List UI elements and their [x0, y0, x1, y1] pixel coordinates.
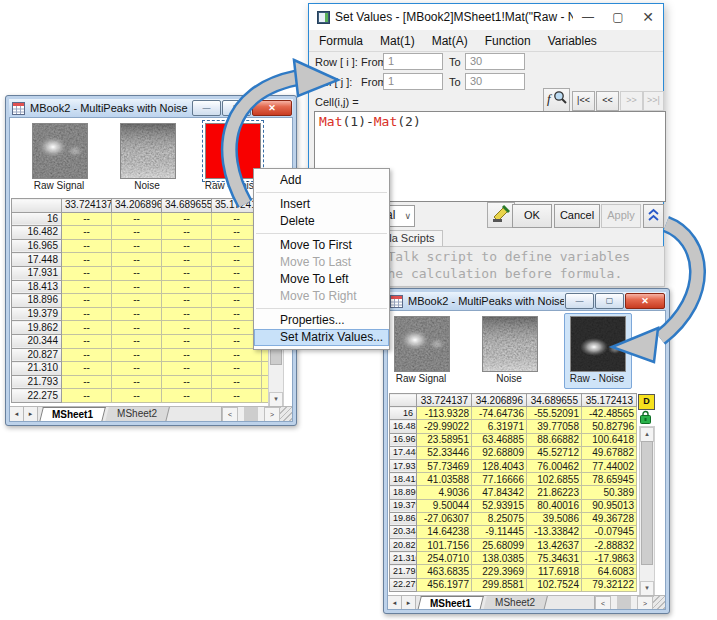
search-function-button[interactable]: f [543, 88, 570, 112]
minimize-button[interactable]: — [565, 293, 594, 309]
matrix-cell[interactable]: -- [112, 266, 162, 280]
matrix-cell[interactable]: -- [162, 294, 212, 308]
matrix-cell[interactable]: 6.31971 [472, 420, 527, 433]
row-header-cell[interactable]: 16.482 [12, 226, 62, 240]
row-header-cell[interactable]: 16.482 [390, 420, 417, 433]
thumbnail-noise[interactable] [482, 316, 538, 372]
hscroll-track[interactable] [611, 596, 637, 610]
apply-formula-stamp-button[interactable] [487, 202, 515, 228]
nav-last-button[interactable]: >>| [643, 91, 664, 111]
row-header-cell[interactable]: 22.275 [12, 389, 62, 403]
tab-scroll-right-icon[interactable]: ▸ [24, 407, 38, 422]
sheet-tab-msheet2[interactable]: MSheet2 [483, 596, 548, 610]
row-header-cell[interactable]: 18.413 [390, 473, 417, 486]
matrix-cell[interactable]: 41.03588 [417, 473, 472, 486]
matrix-cell[interactable]: -- [62, 348, 112, 362]
col-header-cell[interactable]: 33.724137 [417, 394, 472, 407]
resize-grip[interactable] [653, 596, 665, 610]
tab-scroll-left-icon[interactable]: ◂ [10, 407, 24, 422]
col-header-cell[interactable]: 35.172413 [582, 394, 637, 407]
dialog-menu-mat-1-[interactable]: Mat(1) [380, 34, 415, 48]
menu-item-move-to-left[interactable]: Move To Left [254, 271, 389, 288]
row-header-cell[interactable]: 22.275 [390, 578, 417, 591]
matrix-cell[interactable]: -- [112, 280, 162, 294]
matrix-cell[interactable]: -- [212, 389, 262, 403]
matrix-cell[interactable]: 90.95013 [582, 499, 637, 512]
menu-item-properties[interactable]: Properties... [254, 312, 389, 329]
sheet-tab-msheet1[interactable]: MSheet1 [39, 407, 106, 422]
nav-prev-button[interactable]: << [596, 91, 619, 111]
row-header-cell[interactable]: 20.827 [12, 348, 62, 362]
matrix-cell[interactable]: 52.93915 [472, 499, 527, 512]
row-header-cell[interactable]: 17.931 [12, 266, 62, 280]
dialog-maximize-button[interactable]: ▢ [603, 10, 633, 24]
matrix-cell[interactable]: 75.34631 [527, 552, 582, 565]
matrix-cell[interactable]: 25.68099 [472, 539, 527, 552]
row-header-cell[interactable]: 19.379 [390, 499, 417, 512]
matrix-cell[interactable]: -- [162, 389, 212, 403]
matrix-cell[interactable]: 8.25075 [472, 512, 527, 525]
matrix-cell[interactable]: -- [112, 226, 162, 240]
matrix-cell[interactable]: -- [112, 239, 162, 253]
cancel-button[interactable]: Cancel [554, 204, 600, 228]
matrix-cell[interactable]: -- [162, 334, 212, 348]
matrix-cell[interactable]: -- [62, 266, 112, 280]
matrix-cell[interactable]: 102.7524 [527, 578, 582, 591]
thumbnail-noise[interactable] [120, 123, 176, 179]
matrix-cell[interactable]: -- [62, 375, 112, 389]
thumbnail-raw-minus-noise[interactable] [570, 316, 626, 372]
menu-item-insert[interactable]: Insert [254, 196, 389, 213]
matrix-cell[interactable]: -- [162, 280, 212, 294]
matrix-cell[interactable]: -- [162, 226, 212, 240]
row-from-field[interactable]: 1 [383, 53, 443, 70]
row-header-cell[interactable]: 20.344 [390, 525, 417, 538]
matrix-cell[interactable]: -- [62, 362, 112, 376]
hscroll-left-icon[interactable]: < [595, 596, 611, 610]
matrix-cell[interactable]: 57.73469 [417, 459, 472, 472]
matrix-cell[interactable]: 39.77058 [527, 420, 582, 433]
matrix-cell[interactable]: -- [62, 321, 112, 335]
matrix-cell[interactable]: 76.00462 [527, 459, 582, 472]
dialog-menu-mat-a-[interactable]: Mat(A) [432, 34, 468, 48]
scroll-down-icon[interactable]: ▾ [640, 581, 654, 596]
matrix-cell[interactable]: -- [112, 307, 162, 321]
apply-button[interactable]: Apply [601, 204, 641, 228]
matrix-cell[interactable]: -- [112, 253, 162, 267]
matrix-cell[interactable]: 101.7156 [417, 539, 472, 552]
menu-item-move-to-first[interactable]: Move To First [254, 237, 389, 254]
row-header-cell[interactable]: 19.862 [390, 512, 417, 525]
row-header-cell[interactable]: 17.448 [12, 253, 62, 267]
matrix-cell[interactable]: -- [112, 321, 162, 335]
row-header-cell[interactable]: 21.793 [12, 375, 62, 389]
menu-item-delete[interactable]: Delete [254, 213, 389, 230]
matrix-cell[interactable]: -- [62, 226, 112, 240]
ok-button[interactable]: OK [512, 204, 552, 228]
maximize-button[interactable]: ▢ [222, 100, 251, 116]
matrix-cell[interactable]: 49.67882 [582, 446, 637, 459]
matrix-cell[interactable]: 138.0385 [472, 552, 527, 565]
matrix-cell[interactable]: 63.46885 [472, 433, 527, 446]
col-header-cell[interactable]: 34.689655 [527, 394, 582, 407]
matrix-cell[interactable]: -- [162, 266, 212, 280]
matrix-cell[interactable]: -- [62, 212, 112, 226]
matrix-cell[interactable]: 9.50044 [417, 499, 472, 512]
matrix-cell[interactable]: -- [212, 375, 262, 389]
vertical-scrollbar[interactable]: ▴ ▾ [639, 426, 655, 597]
tab-scroll-left-icon[interactable]: ◂ [388, 596, 402, 610]
row-header-cell[interactable]: 16.965 [390, 433, 417, 446]
matrix-cell[interactable]: 50.82796 [582, 420, 637, 433]
matrix-cell[interactable]: 229.3969 [472, 565, 527, 578]
collapse-panel-button[interactable] [643, 204, 664, 228]
matrix-cell[interactable]: -- [112, 389, 162, 403]
menu-item-add[interactable]: Add [254, 172, 389, 189]
close-button[interactable]: ✕ [625, 293, 665, 309]
maximize-button[interactable]: ▢ [595, 293, 624, 309]
hscroll-left-icon[interactable]: < [222, 407, 238, 422]
row-header-cell[interactable]: 18.413 [12, 280, 62, 294]
matrix-cell[interactable]: -- [162, 375, 212, 389]
row-header-cell[interactable]: 18.896 [12, 294, 62, 308]
matrix-cell[interactable]: -- [162, 362, 212, 376]
scrollbar-thumb[interactable] [641, 441, 653, 565]
col-header-cell[interactable]: 33.724137 [62, 199, 112, 213]
matrix-cell[interactable]: 77.44002 [582, 459, 637, 472]
